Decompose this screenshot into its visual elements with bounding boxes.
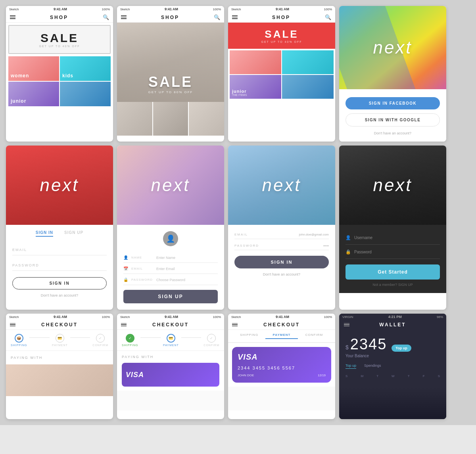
password-field-icon: 🔒	[123, 278, 128, 282]
step-label-shipping-2: SHIPPING	[122, 344, 138, 347]
nav-title: SHOP	[50, 15, 68, 20]
name-field-value: Enter Name	[156, 256, 175, 260]
password-field-red[interactable]: PASSWORD	[12, 259, 107, 271]
search-icon-2[interactable]: 🔍	[214, 14, 220, 20]
cat-junior[interactable]: junior	[8, 82, 59, 106]
day-t2: T	[408, 374, 410, 378]
cat-kids[interactable]: kids	[60, 56, 111, 81]
step-confirm-3: CONFIRM	[298, 333, 330, 337]
email-field-value: Enter Email	[156, 267, 175, 271]
tab-signup-red[interactable]: SIGN UP	[64, 230, 83, 237]
card-details-row: JOHN DOE 12/19	[238, 374, 326, 377]
status-bar-co2: Sketch 9:41 AM 100%	[117, 314, 224, 320]
step-payment-3: PAYMENT	[265, 333, 298, 339]
tab-signin-red[interactable]: SIGN IN	[36, 230, 53, 237]
time-3: 9:41 AM	[276, 7, 289, 11]
top-up-btn[interactable]: Top up	[392, 345, 411, 352]
cat-junior-3[interactable]: junior THE ITEMS	[230, 75, 281, 99]
sale-sub-2: GET UP TO 80% OFF	[148, 90, 193, 94]
junior-label: junior	[232, 89, 247, 94]
hamburger-icon-3[interactable]	[232, 15, 238, 19]
email-field-label: EMAIL	[131, 267, 153, 270]
card-name: JOHN DOE	[238, 374, 254, 377]
sale-subtext: GET UP TO 40% OFF	[13, 45, 106, 48]
cat-extra[interactable]	[60, 82, 111, 106]
cat-women-3[interactable]	[230, 50, 281, 74]
signup-button[interactable]: SIGN UP	[123, 290, 218, 303]
auth-tabs-red: SIGN IN SIGN UP	[12, 230, 107, 237]
cat-kids-3[interactable]	[282, 50, 334, 74]
hamburger-co2[interactable]	[121, 323, 127, 327]
visa-card-preview: VISA	[122, 363, 219, 387]
hamburger-wallet[interactable]	[344, 323, 349, 327]
email-field-row[interactable]: 📅 EMAIL Enter Email	[123, 264, 218, 274]
password-row-dark[interactable]: 🔒 Password	[345, 245, 440, 259]
step-icon-payment: 💳	[56, 334, 64, 343]
password-label-dark: Password	[354, 250, 372, 254]
signin-form-red: SIGN IN SIGN UP EMAIL PASSWORD SIGN IN D…	[6, 225, 113, 304]
cat-extra-3[interactable]	[282, 75, 334, 99]
next-logo-red: next	[40, 175, 79, 195]
time-co2: 9:41 AM	[165, 315, 178, 319]
action-topup[interactable]: Top up	[345, 364, 356, 369]
status-bar-co3: Sketch 9:41 AM 100%	[228, 314, 335, 320]
visa-card-full: VISA 2344 3455 3456 5567 JOHN DOE 12/19	[232, 347, 331, 383]
carrier-co2: Sketch	[120, 315, 130, 319]
carrier-3: Sketch	[231, 8, 241, 11]
wallet-actions-row: Top up Spendings	[345, 364, 440, 369]
hamburger-co3[interactable]	[232, 323, 238, 327]
cat-women[interactable]: women	[8, 56, 59, 81]
card-checkout-3: Sketch 9:41 AM 100% CHECKOUT SHIPPING PA…	[228, 314, 335, 419]
day-s1: S	[345, 374, 347, 378]
search-icon[interactable]: 🔍	[103, 14, 109, 20]
checkout-steps-2: ✓ SHIPPING 💳 PAYMENT ✓ CONFIRM	[117, 330, 224, 351]
email-field-icon: 📅	[123, 266, 128, 271]
cat-label-junior: junior	[11, 98, 26, 104]
step-icon-shipping: 📦	[15, 334, 23, 343]
card-next-dark: next 👤 Username 🔒 Password Get Started N…	[339, 146, 446, 310]
junior-sub: THE ITEMS	[232, 94, 247, 96]
next-splash-pink: next	[117, 146, 224, 225]
battery-co1: 100%	[102, 315, 110, 319]
not-member-link[interactable]: Not a member? SIGN UP	[345, 283, 440, 287]
next-logo-pink: next	[151, 175, 190, 195]
search-icon-3[interactable]: 🔍	[325, 14, 331, 20]
wallet-title-label: WALLET	[379, 322, 406, 328]
signin-filled-btn[interactable]: SIGN IN	[234, 256, 329, 268]
checkout-title-3: CHECKOUT	[263, 322, 300, 328]
carrier-2: Sketch	[120, 8, 130, 11]
hamburger-icon-2[interactable]	[121, 15, 127, 19]
step-shipping-2: ✓ SHIPPING	[122, 334, 138, 347]
day-s2: S	[438, 374, 440, 378]
card-shop-model: Sketch 9:41 AM 100% SHOP 🔍 SALE GET UP T…	[117, 6, 224, 142]
name-field-row[interactable]: 👤 NAME Enter Name	[123, 253, 218, 263]
model-banner: SALE GET UP TO 80% OFF	[117, 23, 224, 102]
battery-display: 100%	[102, 8, 110, 11]
wallet-lower	[339, 387, 446, 419]
nav-bar-3: SHOP 🔍	[228, 12, 335, 23]
username-row-dark[interactable]: 👤 Username	[345, 231, 440, 245]
nav-bar-1: SHOP 🔍	[6, 12, 113, 23]
email-field-red[interactable]: EMAIL	[12, 243, 107, 255]
get-started-btn[interactable]: Get Started	[345, 264, 440, 280]
carrier-co3: Sketch	[231, 315, 241, 319]
action-spendings[interactable]: Spendings	[364, 364, 381, 369]
step-icon-shipping-2: ✓	[126, 334, 134, 343]
signin-button-outline[interactable]: SIGN IN	[12, 277, 107, 289]
hamburger-co1[interactable]	[10, 323, 15, 327]
hamburger-icon[interactable]	[10, 15, 15, 19]
time-2: 9:41 AM	[165, 7, 178, 11]
email-row-blue[interactable]: EMAIL john.doe@gmail.com	[234, 230, 329, 239]
step-label-confirm: CONFIRM	[92, 344, 108, 347]
nav-bar-2: SHOP 🔍	[117, 12, 224, 23]
carrier-wallet: VIRGIN	[342, 315, 353, 319]
password-row-blue[interactable]: PASSWORD •••••	[234, 241, 329, 250]
battery-co2: 100%	[213, 315, 221, 319]
carrier-signal: Sketch	[9, 8, 19, 11]
password-field-row[interactable]: 🔒 PASSWORD Choose Password	[123, 275, 218, 285]
sale-text: SALE	[13, 31, 106, 45]
balance-label: Your Balance	[345, 354, 440, 358]
fb-button[interactable]: SIGN IN FACEBOOK	[345, 97, 440, 109]
nav-title-3: SHOP	[272, 15, 290, 20]
google-button[interactable]: SIGN IN WITH GOOGLE	[345, 113, 440, 126]
